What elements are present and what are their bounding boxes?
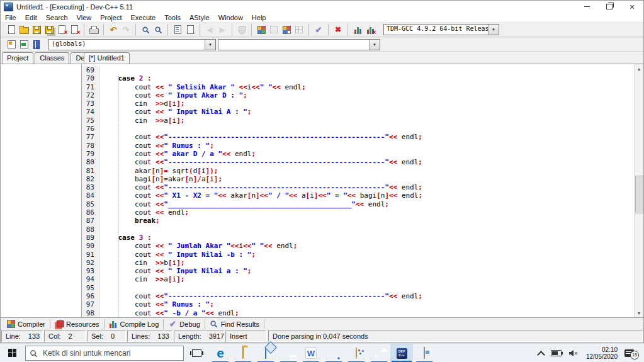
compile-and-run-icon[interactable]	[280, 24, 293, 36]
goto-line-icon[interactable]	[171, 24, 184, 36]
taskbar-app-chrome[interactable]	[322, 344, 345, 362]
code-area[interactable]: 6970 case 2 :71 cout << " Selisih Akar "…	[82, 64, 635, 317]
close-file-icon[interactable]: ✕	[55, 24, 68, 36]
code-text: cout <<"--------------------------------…	[99, 133, 422, 141]
redo-icon[interactable]: ↷	[120, 24, 132, 36]
menu-window[interactable]: Window	[214, 14, 247, 21]
notification-icon[interactable]: 18	[624, 349, 634, 357]
window-close-button[interactable]: ×	[621, 1, 643, 13]
menu-help[interactable]: Help	[247, 14, 271, 21]
line-number: 81	[82, 167, 99, 175]
tab-resources[interactable]: Resources	[50, 319, 105, 329]
close-all-icon[interactable]: ✕	[68, 24, 81, 36]
line-number: 98	[82, 309, 99, 317]
menu-project[interactable]: Project	[96, 14, 126, 21]
code-text: cout << " Input Nilai A : ";	[99, 108, 251, 116]
menu-view[interactable]: View	[72, 14, 96, 21]
line-number: 86	[82, 208, 99, 217]
replace-icon[interactable]	[152, 24, 164, 36]
menu-edit[interactable]: Edit	[21, 14, 42, 21]
abort-icon[interactable]: ✖	[332, 24, 344, 36]
line-number: 95	[82, 284, 99, 292]
code-line: 72 cout << " Input Akar D : ";	[82, 91, 635, 99]
tab-find-results[interactable]: Find Results	[205, 319, 264, 329]
save-all-icon[interactable]	[43, 24, 55, 36]
app-logo-icon	[4, 3, 13, 11]
vertical-scrollbar[interactable]: ▲ ▼	[634, 64, 643, 317]
scrollbar-thumb[interactable]	[635, 176, 643, 213]
menu-execute[interactable]: Execute	[126, 14, 160, 21]
code-text: cout << " Input Akar D : ";	[99, 91, 247, 99]
code-editor[interactable]: 6970 case 2 :71 cout << " Selisih Akar "…	[82, 64, 643, 317]
chevron-down-icon[interactable]: ▼	[205, 40, 215, 50]
tab-debug[interactable]: ✔Debug	[164, 319, 205, 329]
taskbar-app-wps[interactable]: W	[300, 344, 322, 362]
delete-profiling-icon[interactable]: ✕	[364, 24, 376, 36]
line-number: 74	[82, 108, 99, 116]
taskbar-app-devcpp[interactable]: DEVC++	[390, 344, 413, 362]
remove-from-project-icon[interactable]: ▶	[216, 24, 229, 36]
compile-icon[interactable]	[255, 24, 268, 36]
toggle-bookmark-icon[interactable]	[18, 38, 30, 50]
scroll-up-icon[interactable]: ▲	[635, 64, 643, 73]
code-text: akar[n]= sqrt(d[i]);	[99, 167, 218, 175]
tab-compiler[interactable]: Compiler	[2, 319, 50, 329]
profile-icon[interactable]	[351, 24, 364, 36]
insert-snippet-icon[interactable]	[5, 38, 18, 50]
taskbar-app-red-app[interactable]	[277, 344, 300, 362]
compiler-grid-icon	[6, 320, 15, 329]
code-text: cout <<"--------------------------------…	[99, 158, 422, 166]
taskbar-apps: eWDEVC++	[209, 344, 436, 362]
line-number: 80	[82, 158, 99, 166]
run-icon[interactable]	[268, 24, 280, 36]
tab-compile-log[interactable]: Compile Log	[105, 319, 164, 329]
code-line: 74 cout << " Input Nilai A : ";	[82, 108, 635, 116]
chevron-down-icon[interactable]: ▼	[488, 25, 499, 35]
add-to-project-icon[interactable]: ◀	[203, 24, 216, 36]
globals-combo-value: (globals)	[49, 40, 205, 50]
chevron-down-icon[interactable]: ▼	[369, 40, 380, 50]
tray-chevron-icon[interactable]	[537, 351, 545, 359]
menu-file[interactable]: File	[1, 14, 21, 21]
scroll-down-icon[interactable]: ▼	[635, 308, 643, 317]
task-view-button[interactable]	[184, 344, 209, 362]
save-icon[interactable]	[30, 24, 43, 36]
members-combo[interactable]: ▼	[218, 39, 380, 50]
taskbar-app-capture[interactable]	[413, 344, 436, 362]
taskbar-app-photos[interactable]	[368, 344, 390, 362]
taskbar-app-explorer[interactable]	[232, 344, 254, 362]
print-icon[interactable]	[88, 24, 100, 36]
start-button[interactable]	[0, 344, 25, 362]
window-restore-button[interactable]	[598, 1, 621, 13]
status-lines: Lines:133	[127, 331, 172, 342]
incremental-search-icon[interactable]: →	[184, 24, 196, 36]
menu-search[interactable]: Search	[42, 14, 72, 21]
taskbar-clock[interactable]: 02.10 12/05/2020	[586, 346, 618, 360]
new-file-icon[interactable]	[5, 24, 18, 36]
compiler-combo[interactable]: TDM-GCC 4.9.2 64-bit Release▼	[383, 24, 499, 35]
tab-project[interactable]: Project	[2, 52, 33, 64]
open-file-icon[interactable]	[18, 24, 30, 36]
taskbar-search[interactable]	[25, 346, 184, 361]
find-icon[interactable]	[139, 24, 152, 36]
menu-tools[interactable]: Tools	[160, 14, 185, 21]
code-line: 95	[82, 284, 635, 292]
syntax-check-icon[interactable]: ✔	[312, 24, 325, 36]
globals-combo[interactable]: (globals) ▼	[48, 39, 216, 50]
window-minimize-button[interactable]	[575, 1, 598, 13]
goto-bookmark-icon[interactable]	[30, 38, 43, 50]
taskbar-app-mail[interactable]	[254, 344, 277, 362]
undo-icon[interactable]: ↶	[107, 24, 120, 36]
code-line: 85 cout <<"_____________________________…	[82, 200, 635, 208]
taskbar-app-edge[interactable]: e	[209, 344, 232, 362]
project-properties-icon[interactable]	[235, 24, 248, 36]
code-text: cout << endl;	[99, 208, 189, 217]
menu-astyle[interactable]: AStyle	[185, 14, 214, 21]
rebuild-all-icon[interactable]	[293, 24, 305, 36]
volume-muted-icon[interactable]: ×	[568, 349, 579, 357]
battery-icon[interactable]	[551, 350, 562, 356]
search-input[interactable]	[42, 348, 179, 358]
tab-classes[interactable]: Classes	[35, 52, 69, 64]
editor-tab-untitled1[interactable]: [*] Untitled1	[84, 52, 130, 64]
taskbar-app-paint[interactable]	[345, 344, 368, 362]
